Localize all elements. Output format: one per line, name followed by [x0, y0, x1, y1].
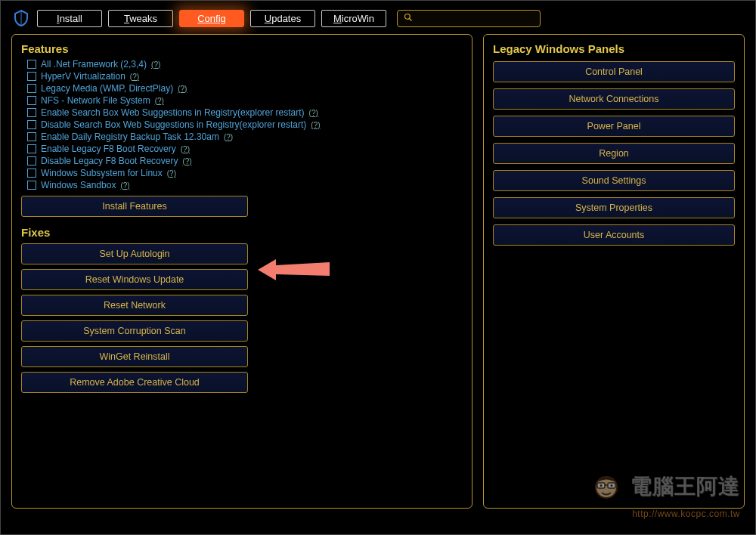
feature-checkbox[interactable]	[27, 156, 36, 165]
legacy-button-system-properties[interactable]: System Properties	[493, 197, 735, 218]
help-link[interactable]: (?)	[224, 133, 233, 141]
legacy-panel: Legacy Windows Panels Control PanelNetwo…	[483, 34, 745, 509]
feature-row: All .Net Framework (2,3,4)(?)	[21, 58, 463, 70]
fix-button-reset-windows-update[interactable]: Reset Windows Update	[21, 269, 248, 290]
nav-config[interactable]: Config	[179, 10, 244, 27]
help-link[interactable]: (?)	[167, 169, 176, 178]
feature-checkbox[interactable]	[27, 181, 36, 190]
nav-microwin[interactable]: MicroWin	[321, 10, 386, 27]
install-features-button[interactable]: Install Features	[21, 196, 248, 217]
feature-row: Disable Legacy F8 Boot Recovery(?)	[21, 155, 463, 167]
fix-button-system-corruption-scan[interactable]: System Corruption Scan	[21, 320, 248, 342]
legacy-button-power-panel[interactable]: Power Panel	[493, 116, 735, 137]
legacy-button-sound-settings[interactable]: Sound Settings	[493, 170, 735, 191]
nav-install[interactable]: Install	[37, 10, 102, 27]
help-link[interactable]: (?)	[130, 73, 139, 81]
svg-point-7	[600, 484, 602, 487]
help-link[interactable]: (?)	[311, 121, 320, 129]
nav-tweaks[interactable]: Tweaks	[108, 10, 173, 27]
help-link[interactable]: (?)	[181, 145, 190, 153]
watermark-text: 電腦王阿達	[631, 475, 740, 498]
feature-row: Windows Sandbox(?)	[21, 179, 463, 191]
search-input[interactable]	[416, 13, 534, 24]
feature-row: Windows Subsystem for Linux(?)	[21, 167, 463, 179]
feature-checkbox[interactable]	[27, 84, 36, 93]
feature-label[interactable]: NFS - Network File System	[41, 95, 150, 106]
help-link[interactable]: (?)	[155, 97, 164, 105]
feature-label[interactable]: Windows Subsystem for Linux	[41, 168, 163, 178]
help-link[interactable]: (?)	[120, 181, 129, 190]
watermark-face-icon	[590, 472, 623, 509]
feature-label[interactable]: Enable Search Box Web Suggestions in Reg…	[41, 107, 305, 118]
fixes-list: Set Up AutologinReset Windows UpdateRese…	[21, 243, 463, 393]
feature-label[interactable]: Windows Sandbox	[41, 180, 116, 190]
feature-checkbox[interactable]	[27, 96, 36, 105]
legacy-button-network-connections[interactable]: Network Connections	[493, 88, 735, 110]
feature-checkbox[interactable]	[27, 108, 36, 117]
feature-checkbox[interactable]	[27, 132, 36, 141]
feature-label[interactable]: Enable Daily Registry Backup Task 12.30a…	[41, 131, 219, 142]
feature-checkbox[interactable]	[27, 72, 36, 81]
fix-button-reset-network[interactable]: Reset Network	[21, 295, 248, 316]
feature-row: NFS - Network File System(?)	[21, 94, 463, 107]
feature-row: Legacy Media (WMP, DirectPlay)(?)	[21, 82, 463, 94]
feature-label[interactable]: Disable Legacy F8 Boot Recovery	[41, 156, 178, 166]
features-list: All .Net Framework (2,3,4)(?)HyperV Virt…	[21, 58, 463, 191]
search-box[interactable]	[397, 10, 541, 27]
top-toolbar: Install Tweaks Config Updates MicroWin	[1, 1, 755, 34]
help-link[interactable]: (?)	[151, 60, 160, 69]
svg-point-8	[610, 484, 612, 487]
watermark-url: http://www.kocpc.com.tw	[590, 509, 740, 519]
legacy-button-user-accounts[interactable]: User Accounts	[493, 224, 735, 246]
feature-checkbox[interactable]	[27, 60, 36, 69]
fix-button-winget-reinstall[interactable]: WinGet Reinstall	[21, 346, 248, 367]
nav-updates[interactable]: Updates	[250, 10, 315, 27]
feature-label[interactable]: All .Net Framework (2,3,4)	[41, 59, 147, 70]
fixes-title: Fixes	[21, 226, 463, 239]
help-link[interactable]: (?)	[178, 85, 187, 93]
feature-label[interactable]: HyperV Virtualization	[41, 71, 125, 82]
legacy-button-region[interactable]: Region	[493, 143, 735, 164]
main-panel: Features All .Net Framework (2,3,4)(?)Hy…	[11, 34, 472, 509]
fix-button-remove-adobe-creative-cloud[interactable]: Remove Adobe Creative Cloud	[21, 372, 248, 393]
features-title: Features	[21, 42, 463, 55]
feature-checkbox[interactable]	[27, 120, 36, 129]
watermark: 電腦王阿達 http://www.kocpc.com.tw	[590, 472, 740, 519]
search-icon	[404, 13, 413, 24]
feature-row: Enable Legacy F8 Boot Recovery(?)	[21, 143, 463, 155]
legacy-title: Legacy Windows Panels	[493, 42, 735, 55]
svg-point-0	[405, 14, 411, 19]
feature-row: Disable Search Box Web Suggestions in Re…	[21, 119, 463, 131]
app-logo-icon	[11, 8, 31, 28]
feature-row: Enable Search Box Web Suggestions in Reg…	[21, 107, 463, 119]
feature-row: Enable Daily Registry Backup Task 12.30a…	[21, 131, 463, 143]
feature-checkbox[interactable]	[27, 144, 36, 153]
help-link[interactable]: (?)	[182, 157, 191, 165]
feature-label[interactable]: Disable Search Box Web Suggestions in Re…	[41, 119, 306, 130]
svg-line-1	[410, 18, 412, 20]
feature-label[interactable]: Enable Legacy F8 Boot Recovery	[41, 144, 176, 154]
legacy-button-control-panel[interactable]: Control Panel	[493, 61, 735, 82]
feature-checkbox[interactable]	[27, 169, 36, 178]
help-link[interactable]: (?)	[309, 109, 318, 117]
legacy-list: Control PanelNetwork ConnectionsPower Pa…	[493, 61, 735, 246]
feature-label[interactable]: Legacy Media (WMP, DirectPlay)	[41, 83, 173, 94]
fix-button-set-up-autologin[interactable]: Set Up Autologin	[21, 243, 248, 264]
feature-row: HyperV Virtualization(?)	[21, 70, 463, 82]
